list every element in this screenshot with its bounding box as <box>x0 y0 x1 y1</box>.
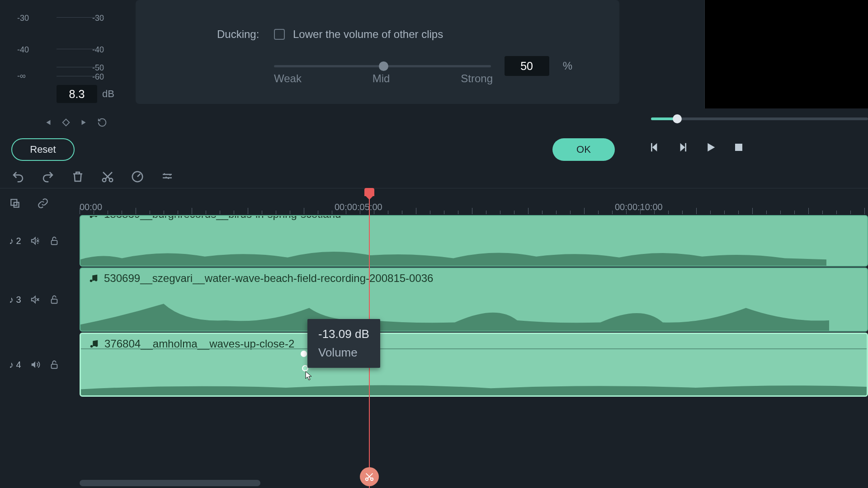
ruler-tick <box>374 211 374 214</box>
ruler-time-label: 00:00:05:00 <box>335 202 382 212</box>
undo-icon[interactable] <box>11 170 25 183</box>
clip-title: 183839__burghrecords__birds-in-spring-sc… <box>89 215 341 221</box>
ruler-tick <box>696 208 697 214</box>
svg-rect-8 <box>51 364 57 368</box>
next-keyframe-icon[interactable] <box>79 117 89 127</box>
ruler-tick <box>402 211 402 214</box>
ruler-tick <box>276 211 276 214</box>
timeline-scrollbar[interactable] <box>80 480 260 486</box>
track-label: ♪ 3 <box>9 295 21 305</box>
lock-icon[interactable] <box>49 295 59 305</box>
meter-scale-right: -50 <box>92 63 104 73</box>
ruler-tick <box>122 211 122 214</box>
ruler-tick <box>738 211 739 214</box>
meter-scale-right: -30 <box>92 14 104 23</box>
step-back-button[interactable] <box>647 140 662 155</box>
svg-rect-0 <box>735 144 742 151</box>
play-button[interactable] <box>703 140 718 155</box>
volume-keyframe-point[interactable] <box>301 351 307 357</box>
svg-rect-6 <box>51 240 57 244</box>
preview-slider-thumb[interactable] <box>673 114 682 123</box>
ruler-tick <box>234 211 234 214</box>
ruler-tick <box>304 208 304 214</box>
ruler-tick <box>388 211 388 214</box>
ruler-tick <box>178 211 178 214</box>
volume-envelope-line[interactable] <box>81 348 867 349</box>
lock-icon[interactable] <box>49 360 59 370</box>
mouse-cursor-icon <box>304 371 315 381</box>
audio-meter: -30 -30 -40 -40 -50 -∞ -60 8.3 dB <box>14 0 104 99</box>
preview-slider[interactable] <box>651 117 868 122</box>
meter-gridline <box>57 76 104 76</box>
ruler-tick <box>570 211 571 214</box>
ruler-time-label: 00:00 <box>80 202 102 212</box>
ruler-tick <box>724 211 725 214</box>
track-label: ♪ 4 <box>9 360 21 370</box>
timeline-ruler[interactable]: 00:00 00:00:05:00 00:00:10:00 <box>0 188 868 214</box>
speed-icon[interactable] <box>131 170 144 183</box>
ducking-slider-track[interactable] <box>274 65 491 67</box>
ruler-tick <box>458 211 458 214</box>
playhead-handle[interactable] <box>364 188 374 196</box>
db-unit-label: dB <box>102 88 114 100</box>
volume-icon[interactable] <box>30 360 40 370</box>
ruler-tick <box>528 208 528 214</box>
prev-keyframe-icon[interactable] <box>43 117 53 127</box>
audio-clip[interactable]: 183839__burghrecords__birds-in-spring-sc… <box>80 215 868 267</box>
ruler-tick <box>556 211 557 214</box>
ruler-tick <box>472 208 472 214</box>
audio-clip-selected[interactable]: 376804__amholma__waves-up-close-2 <box>80 333 868 397</box>
toggle-keyframe-icon[interactable] <box>61 117 71 127</box>
svg-rect-7 <box>51 299 57 303</box>
ruler-tick <box>668 211 669 214</box>
ruler-tick <box>220 211 220 214</box>
ruler-tick <box>164 211 164 214</box>
filters-icon[interactable] <box>160 170 174 183</box>
cut-icon[interactable] <box>101 170 114 183</box>
timeline-toolbar <box>11 170 174 183</box>
ruler-tick <box>808 208 809 214</box>
video-preview <box>704 0 868 108</box>
meter-scale-left: -∞ <box>17 71 26 81</box>
ducking-percent-label: % <box>563 60 572 72</box>
track-row: ♪ 4 376804__amholma__waves-up-close-2 <box>0 333 868 398</box>
reset-button[interactable]: Reset <box>11 138 75 161</box>
playback-controls <box>647 140 746 155</box>
meter-gridline <box>57 17 104 18</box>
stop-button[interactable] <box>731 140 746 155</box>
ruler-tick <box>822 211 823 214</box>
ducking-label: Ducking: <box>217 28 259 41</box>
keyframe-nav-row <box>43 117 107 127</box>
mute-icon[interactable] <box>30 236 40 246</box>
ducking-checkbox[interactable] <box>274 29 285 40</box>
step-forward-button[interactable] <box>675 140 690 155</box>
ruler-tick <box>612 211 613 214</box>
volume-tooltip: -13.09 dB Volume <box>307 319 380 368</box>
audio-clip[interactable]: 530699__szegvari__water-wave-beach-field… <box>80 267 868 332</box>
music-note-icon <box>89 339 99 349</box>
ruler-tick <box>332 211 332 214</box>
mute-icon[interactable] <box>30 295 40 305</box>
ruler-tick <box>598 211 599 214</box>
ruler-tick <box>626 211 627 214</box>
delete-icon[interactable] <box>71 170 85 183</box>
meter-scale-left: -40 <box>17 45 29 55</box>
ducking-value-input[interactable]: 50 <box>505 56 549 76</box>
ruler-tick <box>290 211 290 214</box>
select-mode-icon[interactable] <box>9 197 21 209</box>
lock-icon[interactable] <box>49 236 59 246</box>
track-header: ♪ 2 <box>0 215 80 267</box>
meter-scale-right: -60 <box>92 72 104 82</box>
reset-keyframe-icon[interactable] <box>97 117 107 127</box>
ruler-tick <box>346 211 346 214</box>
track-header: ♪ 4 <box>0 333 80 397</box>
waveform <box>80 300 829 331</box>
ruler-tick <box>710 211 711 214</box>
track-row: ♪ 2 183839__burghrecords__birds-in-sprin… <box>0 215 868 267</box>
ducking-slider-thumb[interactable] <box>379 61 388 71</box>
split-scissors-button[interactable] <box>360 467 379 486</box>
db-value-input[interactable]: 8.3 <box>57 85 97 103</box>
redo-icon[interactable] <box>41 170 55 183</box>
ok-button[interactable]: OK <box>552 138 615 161</box>
link-icon[interactable] <box>37 197 49 209</box>
